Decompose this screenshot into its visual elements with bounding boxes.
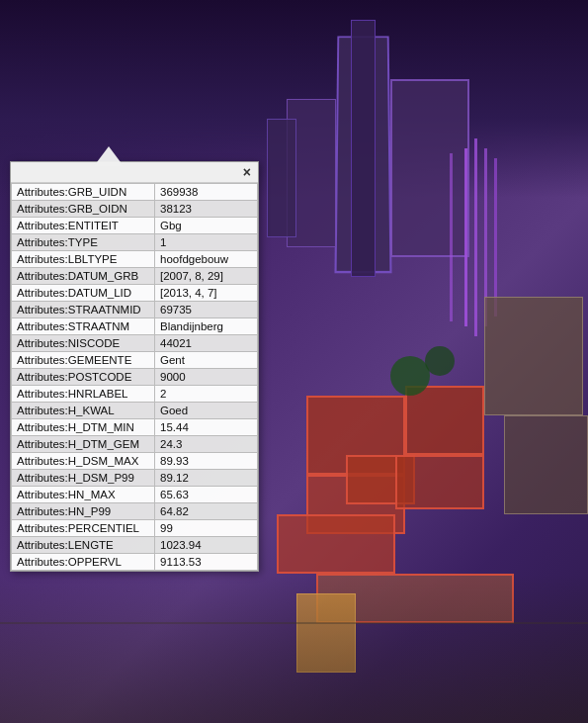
attribute-value: hoofdgebouw [155, 251, 258, 268]
table-row: Attributes:NISCODE44021 [12, 335, 258, 352]
table-row: Attributes:HNRLABEL2 [12, 386, 258, 403]
table-row: Attributes:TYPE1 [12, 234, 258, 251]
table-row: Attributes:HN_MAX65.63 [12, 487, 258, 503]
table-row: Attributes:H_DSM_P9989.12 [12, 470, 258, 487]
attribute-value: 1023.94 [155, 537, 258, 554]
attribute-key: Attributes:POSTCODE [12, 369, 155, 386]
attribute-value: Blandijnberg [155, 318, 258, 335]
attribute-value: 2 [155, 386, 258, 403]
attribute-key: Attributes:H_DSM_P99 [12, 470, 155, 487]
table-row: Attributes:GEMEENTEGent [12, 352, 258, 369]
table-row: Attributes:STRAATNMID69735 [12, 302, 258, 318]
attribute-key: Attributes:STRAATNM [12, 318, 155, 335]
attribute-key: Attributes:STRAATNMID [12, 302, 155, 318]
table-row: Attributes:DATUM_LID[2013, 4, 7] [12, 285, 258, 302]
attribute-key: Attributes:TYPE [12, 234, 155, 251]
attribute-key: Attributes:DATUM_LID [12, 285, 155, 302]
attribute-value: 89.12 [155, 470, 258, 487]
table-row: Attributes:LBLTYPEhoofdgebouw [12, 251, 258, 268]
attribute-key: Attributes:LENGTE [12, 537, 155, 554]
attribute-key: Attributes:HN_P99 [12, 503, 155, 520]
attribute-key: Attributes:HNRLABEL [12, 386, 155, 403]
attribute-key: Attributes:GEMEENTE [12, 352, 155, 369]
table-row: Attributes:PERCENTIEL99 [12, 520, 258, 537]
attribute-key: Attributes:H_DTM_MIN [12, 419, 155, 436]
attribute-value: 369938 [155, 184, 258, 201]
table-row: Attributes:H_DTM_GEM24.3 [12, 436, 258, 453]
table-row: Attributes:H_DTM_MIN15.44 [12, 419, 258, 436]
attribute-value: 65.63 [155, 487, 258, 503]
attribute-popup: × Attributes:GRB_UIDN369938Attributes:GR… [10, 161, 259, 572]
attribute-value: Gent [155, 352, 258, 369]
popup-caret [94, 146, 124, 166]
table-row: Attributes:LENGTE1023.94 [12, 537, 258, 554]
attribute-value: 24.3 [155, 436, 258, 453]
attribute-key: Attributes:OPPERVL [12, 554, 155, 571]
table-row: Attributes:STRAATNMBlandijnberg [12, 318, 258, 335]
table-row: Attributes:ENTITEITGbg [12, 218, 258, 234]
attribute-value: 89.93 [155, 453, 258, 470]
table-row: Attributes:H_KWALGoed [12, 403, 258, 419]
attribute-value: 99 [155, 520, 258, 537]
table-row: Attributes:OPPERVL9113.53 [12, 554, 258, 571]
attribute-key: Attributes:GRB_OIDN [12, 201, 155, 218]
table-row: Attributes:H_DSM_MAX89.93 [12, 453, 258, 470]
attribute-key: Attributes:DATUM_GRB [12, 268, 155, 285]
attribute-value: 44021 [155, 335, 258, 352]
attribute-key: Attributes:HN_MAX [12, 487, 155, 503]
attribute-value: 15.44 [155, 419, 258, 436]
table-row: Attributes:GRB_OIDN38123 [12, 201, 258, 218]
table-row: Attributes:GRB_UIDN369938 [12, 184, 258, 201]
attributes-table: Attributes:GRB_UIDN369938Attributes:GRB_… [11, 183, 258, 571]
attribute-key: Attributes:H_DSM_MAX [12, 453, 155, 470]
table-row: Attributes:POSTCODE9000 [12, 369, 258, 386]
attribute-key: Attributes:ENTITEIT [12, 218, 155, 234]
attribute-value: Gbg [155, 218, 258, 234]
attribute-value: [2013, 4, 7] [155, 285, 258, 302]
table-row: Attributes:HN_P9964.82 [12, 503, 258, 520]
attribute-value: [2007, 8, 29] [155, 268, 258, 285]
attribute-value: 38123 [155, 201, 258, 218]
attribute-value: 69735 [155, 302, 258, 318]
attribute-value: Goed [155, 403, 258, 419]
attribute-value: 9113.53 [155, 554, 258, 571]
attribute-value: 64.82 [155, 503, 258, 520]
attribute-key: Attributes:H_KWAL [12, 403, 155, 419]
attribute-key: Attributes:PERCENTIEL [12, 520, 155, 537]
attribute-key: Attributes:LBLTYPE [12, 251, 155, 268]
attribute-value: 1 [155, 234, 258, 251]
table-row: Attributes:DATUM_GRB[2007, 8, 29] [12, 268, 258, 285]
attribute-value: 9000 [155, 369, 258, 386]
attribute-key: Attributes:NISCODE [12, 335, 155, 352]
attribute-key: Attributes:GRB_UIDN [12, 184, 155, 201]
close-button[interactable]: × [241, 165, 253, 179]
popup-header: × [11, 162, 258, 183]
attribute-key: Attributes:H_DTM_GEM [12, 436, 155, 453]
